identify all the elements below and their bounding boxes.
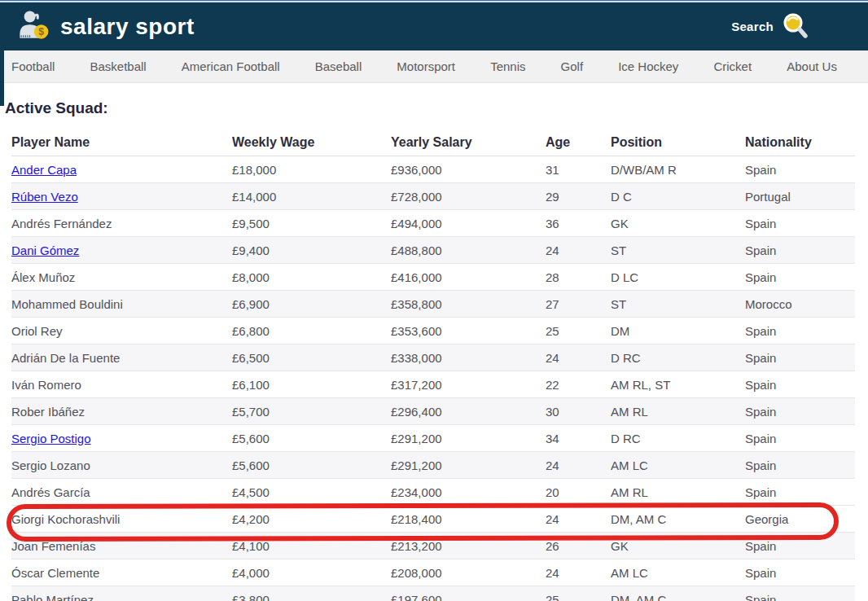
cell-nationality: Spain (745, 270, 855, 284)
table-row: Sergio Lozano £5,600 £291,200 24 AM LC S… (11, 452, 855, 479)
player-name-text: Adrián De la Fuente (11, 351, 120, 365)
cell-yearly-salary: £218,400 (391, 512, 546, 526)
player-name-text: Joan Femenías (11, 539, 95, 553)
svg-text:$: $ (38, 26, 44, 37)
cell-age: 20 (546, 485, 611, 499)
nav-item-american-football[interactable]: American Football (182, 59, 280, 73)
nav-item-basketball[interactable]: Basketball (90, 59, 146, 73)
player-name-text: Oriol Rey (11, 324, 63, 338)
cell-player-name: Ander Capa (11, 163, 232, 177)
cell-age: 24 (546, 351, 611, 365)
left-accent-strip (0, 50, 4, 106)
cell-position: AM RL (611, 405, 745, 419)
cell-player-name: Dani Gómez (11, 243, 232, 257)
cell-age: 24 (546, 566, 611, 580)
cell-yearly-salary: £338,000 (391, 351, 546, 365)
nav-item-about-us[interactable]: About Us (787, 59, 837, 73)
cell-nationality: Spain (745, 243, 855, 257)
player-name-link[interactable]: Dani Gómez (11, 243, 79, 257)
cell-yearly-salary: £291,200 (391, 458, 546, 472)
cell-position: AM RL (611, 485, 745, 499)
cell-position: GK (611, 539, 745, 553)
cell-nationality: Spain (745, 378, 855, 392)
brand[interactable]: $ salary sport (16, 8, 195, 46)
cell-player-name: Óscar Clemente (11, 566, 232, 580)
cell-position: DM, AM C (611, 593, 745, 601)
player-name-link[interactable]: Rúben Vezo (11, 190, 78, 204)
cell-weekly-wage: £5,600 (232, 458, 391, 472)
cell-age: 26 (546, 539, 611, 553)
cell-yearly-salary: £291,200 (391, 432, 546, 445)
player-name-text: Giorgi Kochorashvili (11, 512, 120, 526)
cell-nationality: Spain (745, 217, 855, 230)
cell-position: D RC (611, 432, 745, 445)
cell-age: 31 (546, 163, 611, 177)
column-header-weekly-wage: Weekly Wage (232, 135, 391, 150)
player-name-text: Sergio Lozano (11, 458, 90, 472)
cell-yearly-salary: £197,600 (391, 593, 546, 601)
player-name-text: Álex Muñoz (11, 270, 75, 284)
player-name-link[interactable]: Ander Capa (11, 163, 77, 177)
cell-nationality: Spain (745, 163, 855, 177)
cell-age: 29 (546, 190, 611, 204)
cell-position: AM RL, ST (611, 378, 745, 392)
cell-age: 36 (546, 217, 611, 230)
cell-yearly-salary: £234,000 (391, 485, 546, 499)
cell-weekly-wage: £6,900 (232, 297, 391, 311)
cell-position: D/WB/AM R (611, 163, 745, 177)
nav-item-golf[interactable]: Golf (561, 59, 584, 73)
cell-age: 22 (546, 378, 611, 392)
nav-item-ice-hockey[interactable]: Ice Hockey (618, 59, 678, 73)
cell-weekly-wage: £5,600 (232, 432, 391, 445)
cell-position: GK (611, 217, 745, 230)
cell-player-name: Andrés García (11, 485, 232, 499)
cell-weekly-wage: £9,500 (232, 217, 391, 230)
nav-item-football[interactable]: Football (11, 59, 55, 73)
cell-nationality: Spain (745, 405, 855, 419)
table-row: Rober Ibáñez £5,700 £296,400 30 AM RL Sp… (11, 398, 855, 425)
nav-item-tennis[interactable]: Tennis (490, 59, 525, 73)
cell-player-name: Sergio Postigo (11, 432, 232, 445)
cell-nationality: Spain (745, 566, 855, 580)
cell-weekly-wage: £4,100 (232, 539, 391, 553)
column-header-player-name: Player Name (11, 135, 232, 150)
column-header-position: Position (611, 135, 745, 150)
cell-yearly-salary: £488,800 (391, 243, 546, 257)
cell-weekly-wage: £6,500 (232, 351, 391, 365)
cell-weekly-wage: £14,000 (232, 190, 391, 204)
cell-weekly-wage: £4,000 (232, 566, 391, 580)
cell-player-name: Giorgi Kochorashvili (11, 512, 232, 526)
cell-player-name: Oriol Rey (11, 324, 232, 338)
cell-weekly-wage: £4,200 (232, 512, 391, 526)
table-row: Mohammed Bouldini £6,900 £358,800 27 ST … (11, 291, 855, 318)
table-header-row: Player NameWeekly WageYearly SalaryAgePo… (11, 129, 855, 156)
cell-nationality: Georgia (745, 512, 855, 526)
table-row: Adrián De la Fuente £6,500 £338,000 24 D… (11, 344, 855, 371)
site-header: $ salary sport Search (0, 2, 868, 50)
cell-yearly-salary: £213,200 (391, 539, 546, 553)
column-header-nationality: Nationality (745, 135, 855, 150)
cell-yearly-salary: £296,400 (391, 405, 546, 419)
table-row: Rúben Vezo £14,000 £728,000 29 D C Portu… (11, 183, 855, 210)
nav-item-cricket[interactable]: Cricket (713, 59, 752, 73)
nav-item-motorsport[interactable]: Motorsport (397, 59, 455, 73)
player-name-text: Iván Romero (11, 378, 81, 392)
nav-item-baseball[interactable]: Baseball (315, 59, 362, 73)
cell-weekly-wage: £4,500 (232, 485, 391, 499)
player-name-link[interactable]: Sergio Postigo (11, 432, 91, 445)
player-name-text: Pablo Martínez (11, 593, 94, 601)
search-icon (782, 11, 809, 42)
cell-age: 24 (546, 512, 611, 526)
cell-position: D LC (611, 270, 745, 284)
cell-yearly-salary: £416,000 (391, 270, 546, 284)
table-row-highlighted: Giorgi Kochorashvili £4,200 £218,400 24 … (11, 506, 855, 533)
cell-age: 25 (546, 593, 611, 601)
cell-player-name: Adrián De la Fuente (11, 351, 232, 365)
table-row: Sergio Postigo £5,600 £291,200 34 D RC S… (11, 425, 855, 452)
cell-position: DM (611, 324, 745, 338)
search-button[interactable]: Search (731, 11, 809, 42)
cell-weekly-wage: £9,400 (232, 243, 391, 257)
table-row: Oriol Rey £6,800 £353,600 25 DM Spain (11, 318, 855, 344)
cell-player-name: Mohammed Bouldini (11, 297, 232, 311)
cell-yearly-salary: £936,000 (391, 163, 546, 177)
